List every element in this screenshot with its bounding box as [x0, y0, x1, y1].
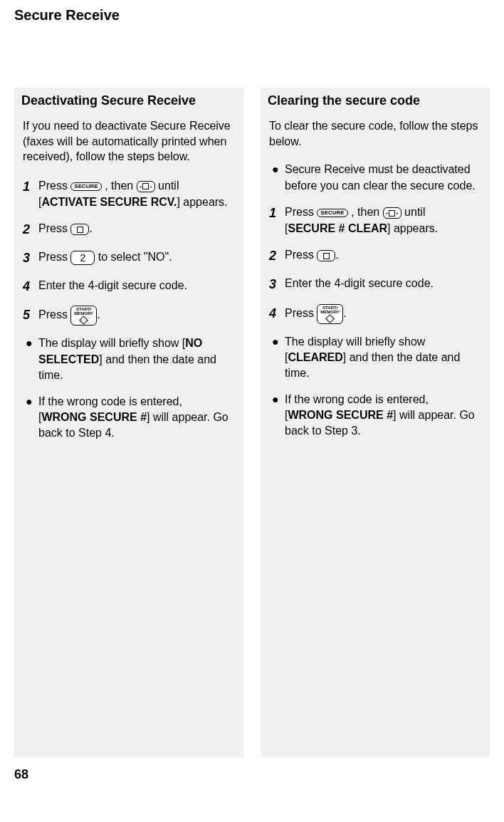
page-header: Secure Receive	[14, 7, 490, 24]
left-column: Deactivating Secure Receive If you need …	[14, 88, 243, 757]
left-bullet-1: ● The display will briefly show [NO SELE…	[26, 335, 232, 383]
step-body: Press SECURE , then -- until [ACTIVATE S…	[38, 177, 232, 210]
step-number: 2	[269, 246, 285, 265]
bullet-dot-icon: ●	[272, 392, 285, 407]
two-key-icon: 2	[70, 251, 95, 265]
step-number: 1	[23, 177, 38, 196]
right-bullet-1: ● The display will briefly show [CLEARED…	[272, 334, 478, 382]
left-step-5: 5 Press START/MEMORY.	[23, 306, 232, 326]
right-intro: To clear the secure code, follow the ste…	[269, 118, 478, 149]
left-step-2: 2 Press .	[23, 220, 232, 239]
page-number: 68	[14, 767, 490, 782]
bullet-dot-icon: ●	[26, 394, 38, 410]
right-step-4: 4 Press START/MEMORY.	[269, 304, 478, 324]
step-body: Enter the 4-digit secure code.	[38, 277, 232, 293]
left-step-4: 4 Enter the 4-digit secure code.	[23, 277, 232, 296]
step-number: 5	[23, 306, 38, 324]
prebullet-text: Secure Receive must be deactivated befor…	[285, 162, 478, 194]
step-body: Press 2 to select "NO".	[38, 249, 232, 265]
step-body: Enter the 4-digit secure code.	[285, 275, 478, 291]
secure-key-icon: SECURE	[317, 209, 347, 217]
start-memory-key-icon: START/MEMORY	[317, 304, 343, 324]
nav-key-icon: --	[383, 207, 401, 219]
step-body: Press START/MEMORY.	[285, 304, 478, 324]
left-bullet-2: ● If the wrong code is entered, [WRONG S…	[26, 394, 232, 442]
right-step-3: 3 Enter the 4-digit secure code.	[269, 275, 478, 293]
left-intro: If you need to deactivate Secure Receive…	[23, 118, 232, 165]
right-step-2: 2 Press .	[269, 246, 478, 265]
step-number: 1	[269, 204, 285, 222]
step-number: 4	[269, 304, 285, 323]
step-number: 2	[23, 220, 38, 239]
step-body: Press SECURE , then -- until [SECURE # C…	[285, 204, 478, 236]
step-body: Press START/MEMORY.	[38, 306, 232, 326]
secure-key-icon: SECURE	[70, 182, 101, 191]
step-number: 3	[23, 249, 38, 267]
bullet-dot-icon: ●	[272, 334, 285, 350]
left-step-3: 3 Press 2 to select "NO".	[23, 249, 232, 267]
right-bullet-2: ● If the wrong code is entered, [WRONG S…	[272, 392, 478, 439]
left-title: Deactivating Secure Receive	[21, 93, 236, 108]
left-step-1: 1 Press SECURE , then -- until [ACTIVATE…	[23, 177, 232, 210]
nav-key-icon: --	[137, 181, 155, 192]
nav-center-key-icon	[70, 224, 89, 235]
right-prebullet: ● Secure Receive must be deactivated bef…	[272, 162, 478, 194]
columns: Deactivating Secure Receive If you need …	[14, 88, 490, 757]
right-step-1: 1 Press SECURE , then -- until [SECURE #…	[269, 204, 478, 236]
step-body: Press .	[38, 220, 232, 236]
nav-center-key-icon	[317, 250, 335, 261]
page: Secure Receive Deactivating Secure Recei…	[0, 0, 504, 796]
step-body: Press .	[285, 246, 478, 263]
step-number: 3	[269, 275, 285, 293]
right-column: Clearing the secure code To clear the se…	[261, 88, 490, 757]
start-memory-key-icon: START/MEMORY	[70, 306, 97, 326]
bullet-dot-icon: ●	[26, 335, 38, 351]
right-title: Clearing the secure code	[268, 93, 483, 108]
step-number: 4	[23, 277, 38, 296]
bullet-dot-icon: ●	[272, 162, 285, 177]
